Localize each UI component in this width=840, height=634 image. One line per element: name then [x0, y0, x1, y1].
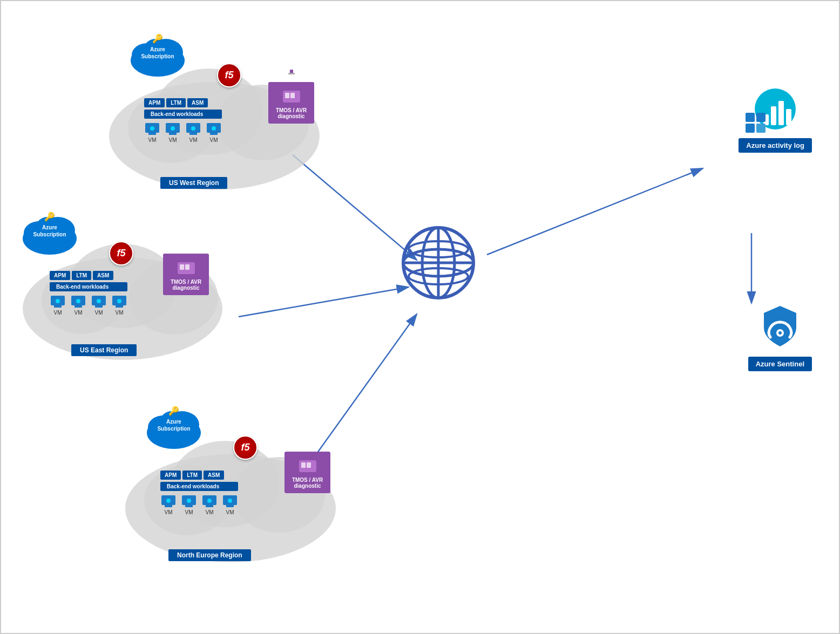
- svg-rect-29: [285, 93, 289, 98]
- azure-activity-log-label: Azure activity log: [739, 138, 812, 153]
- svg-rect-24: [210, 133, 218, 135]
- north-europe-subscription-text: 🔑 Azure Subscription: [152, 406, 195, 432]
- svg-point-73: [228, 499, 232, 503]
- svg-rect-27: [288, 73, 295, 74]
- svg-rect-63: [165, 505, 172, 507]
- svg-rect-18: [169, 133, 177, 135]
- north-europe-azure-subscription: 🔑 Azure Subscription: [144, 400, 204, 451]
- us-east-modules: APM LTM ASM: [50, 271, 127, 280]
- us-east-inner-content: APM LTM ASM Back-end workloads VM VM VM: [50, 271, 127, 316]
- azure-activity-log: Azure activity log: [739, 87, 812, 153]
- us-west-region-label: US West Region: [160, 173, 227, 189]
- us-west-vms: VM VM VM VM: [144, 122, 222, 143]
- svg-point-25: [212, 126, 216, 131]
- us-east-region-label: US East Region: [71, 340, 137, 356]
- svg-line-3: [487, 168, 703, 255]
- us-west-vm3: VM: [185, 122, 201, 143]
- us-west-vm2: VM: [165, 122, 181, 143]
- svg-point-50: [117, 299, 121, 303]
- us-east-f5-badge: f5: [109, 241, 133, 265]
- svg-point-16: [150, 126, 154, 131]
- us-east-azure-subscription: 🔑 Azure Subscription: [20, 206, 79, 257]
- svg-rect-52: [180, 264, 184, 270]
- svg-point-19: [171, 126, 175, 131]
- north-europe-inner-content: APM LTM ASM Back-end workloads VM VM VM: [160, 471, 238, 515]
- us-east-vms: VM VM VM VM: [50, 295, 127, 316]
- svg-point-70: [207, 499, 212, 503]
- north-europe-vm3: VM: [201, 494, 218, 515]
- globe-icon: [401, 225, 476, 303]
- north-europe-tmos-label: TMOS / AVRdiagnostic: [284, 452, 330, 493]
- svg-rect-15: [148, 133, 156, 135]
- svg-rect-69: [206, 505, 213, 507]
- svg-rect-72: [226, 505, 234, 507]
- north-europe-apm: APM: [160, 471, 181, 480]
- svg-rect-43: [74, 305, 82, 308]
- north-europe-vm4: VM: [222, 494, 238, 515]
- us-west-vm4: VM: [206, 122, 222, 143]
- svg-rect-76: [307, 462, 311, 468]
- svg-point-67: [187, 499, 191, 503]
- north-europe-region: 🔑 Azure Subscription f5 APM LTM ASM Back…: [117, 400, 344, 570]
- us-east-apm: APM: [50, 271, 70, 280]
- north-europe-vm1: VM: [160, 494, 177, 515]
- north-europe-tmos: TMOS / AVRdiagnostic: [284, 452, 330, 493]
- us-east-vm3: VM: [91, 295, 107, 316]
- svg-point-47: [97, 299, 101, 303]
- north-europe-f5-badge: f5: [233, 435, 258, 460]
- us-east-asm: ASM: [93, 271, 113, 280]
- globe-svg: [401, 225, 476, 301]
- azure-sentinel-icon: [758, 303, 802, 351]
- north-europe-vms: VM VM VM VM: [160, 494, 238, 515]
- north-europe-ltm: LTM: [182, 471, 202, 480]
- svg-rect-30: [290, 93, 295, 98]
- us-west-subscription-text: 🔑 Azure Subscription: [136, 33, 179, 60]
- svg-line-1: [239, 287, 409, 317]
- north-europe-region-label: North Europe Region: [168, 545, 251, 561]
- svg-point-22: [191, 126, 195, 131]
- us-east-backend: Back-end workloads: [50, 282, 127, 291]
- us-west-modules: APM LTM ASM: [144, 98, 222, 107]
- activity-log-squares: [746, 113, 767, 133]
- north-europe-f5-circle: f5: [233, 435, 258, 460]
- us-east-ltm: LTM: [72, 271, 91, 280]
- azure-sentinel: Azure Sentinel: [748, 303, 812, 371]
- svg-rect-86: [771, 106, 776, 125]
- us-east-subscription-text: 🔑 Azure Subscription: [28, 212, 71, 238]
- svg-point-90: [778, 331, 782, 335]
- svg-rect-87: [778, 101, 784, 125]
- svg-rect-75: [301, 462, 306, 468]
- us-east-vm4: VM: [111, 295, 127, 316]
- us-west-azure-subscription: 🔑 Azure Subscription: [128, 28, 187, 79]
- us-west-tmos: TMOS / AVRdiagnostic: [268, 79, 314, 124]
- us-west-region: 🔑 Azure Subscription f5 APM LTM ASM Back…: [101, 28, 328, 197]
- us-east-tmos-label: TMOS / AVRdiagnostic: [163, 254, 209, 295]
- svg-rect-21: [189, 133, 197, 135]
- north-europe-vm2: VM: [181, 494, 197, 515]
- us-east-vm1: VM: [50, 295, 66, 316]
- svg-rect-66: [185, 505, 193, 507]
- svg-point-44: [76, 299, 80, 303]
- us-east-f5-circle: f5: [109, 241, 133, 265]
- us-west-backend: Back-end workloads: [144, 110, 222, 119]
- svg-rect-88: [786, 109, 791, 125]
- us-east-region: 🔑 Azure Subscription f5 APM LTM ASM Back…: [17, 206, 233, 365]
- sentinel-icon-svg: [758, 303, 802, 349]
- us-west-vm1: VM: [144, 122, 160, 143]
- us-west-f5-badge: f5: [217, 63, 241, 87]
- north-europe-backend: Back-end workloads: [160, 482, 238, 491]
- azure-activity-log-icon: [754, 87, 797, 133]
- svg-point-64: [166, 499, 171, 503]
- us-west-f5-circle: f5: [217, 63, 241, 87]
- us-east-vm2: VM: [70, 295, 86, 316]
- us-west-asm: ASM: [187, 98, 208, 107]
- svg-rect-40: [54, 305, 62, 308]
- svg-rect-53: [185, 264, 189, 270]
- north-europe-asm: ASM: [204, 471, 224, 480]
- us-west-tmos-label: TMOS / AVRdiagnostic: [268, 82, 314, 124]
- us-west-inner-content: APM LTM ASM Back-end workloads VM VM VM: [144, 98, 222, 143]
- architecture-diagram: 🔑 Azure Subscription f5 APM LTM ASM Back…: [1, 1, 839, 633]
- us-west-ltm: LTM: [166, 98, 186, 107]
- north-europe-modules: APM LTM ASM: [160, 471, 238, 480]
- svg-point-41: [56, 299, 60, 303]
